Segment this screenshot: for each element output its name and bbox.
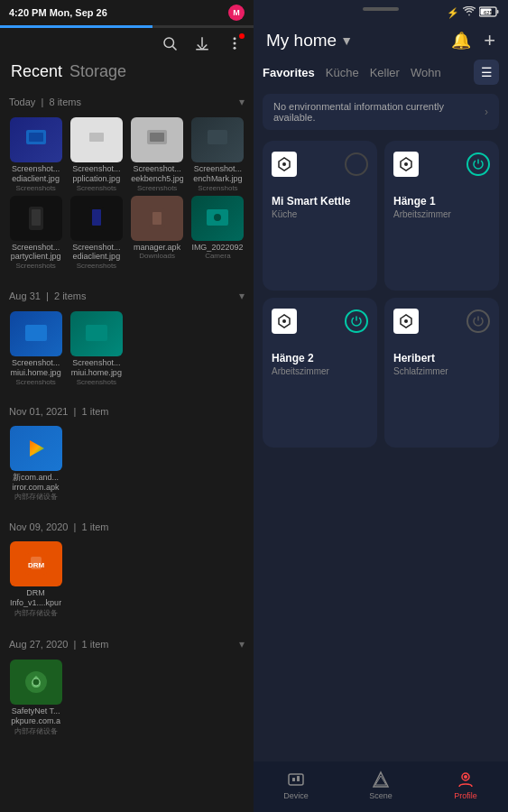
date-group-today: Today | 8 items ▾ Screenshot...ediaclien… bbox=[7, 92, 246, 270]
device-name: Hänge 1 bbox=[393, 195, 490, 208]
file-thumbnail bbox=[191, 196, 244, 241]
right-status-icons: ⚡ 625 bbox=[447, 6, 499, 19]
env-text: No environmental information currently a… bbox=[273, 101, 485, 123]
right-panel: ⚡ 625 My home ▼ 🔔 + Favorites Küche Kell… bbox=[254, 0, 508, 812]
tab-wohn[interactable]: Wohn bbox=[411, 66, 441, 79]
device-icon-top bbox=[393, 309, 490, 334]
nav-scene[interactable]: Scene bbox=[338, 770, 423, 800]
date-header-nov2021: Nov 01, 2021 | 1 item bbox=[7, 402, 246, 420]
file-thumbnail bbox=[10, 117, 62, 162]
device-brand-icon bbox=[393, 309, 419, 334]
svg-point-0 bbox=[164, 38, 174, 48]
list-item[interactable]: SafetyNet T...pkpure.com.a 内部存储设备 bbox=[7, 660, 64, 736]
svg-rect-21 bbox=[86, 325, 107, 341]
file-thumbnail bbox=[70, 196, 123, 241]
date-group-aug31: Aug 31 | 2 items ▾ Screenshot...miui.hom… bbox=[7, 286, 246, 386]
device-card-heribert[interactable]: Heribert Schlafzimmer bbox=[384, 298, 499, 448]
list-item[interactable]: Screenshot...miui.home.jpg Screenshots bbox=[68, 311, 125, 386]
device-power-btn-hange2[interactable] bbox=[345, 309, 368, 333]
file-grid-nov2020: DRM DRMInfo_v1....kpur 内部存储设备 bbox=[7, 541, 246, 618]
file-list-scroll[interactable]: Today | 8 items ▾ Screenshot...ediaclien… bbox=[0, 88, 254, 812]
svg-point-19 bbox=[214, 214, 221, 221]
device-brand-icon bbox=[272, 309, 297, 334]
svg-text:DRM: DRM bbox=[28, 561, 45, 569]
tab-favorites[interactable]: Favorites bbox=[263, 66, 315, 79]
file-grid-nov2021: 新com.and...irror.com.apk 内部存储设备 bbox=[7, 426, 246, 503]
date-header-nov2020: Nov 09, 2020 | 1 item bbox=[7, 518, 246, 536]
file-source: Screenshots bbox=[77, 184, 116, 192]
add-button[interactable]: + bbox=[484, 29, 495, 52]
list-item[interactable]: IMG_20220926_123833.jpg Camera bbox=[189, 196, 246, 271]
nav-profile[interactable]: Profile bbox=[423, 770, 508, 800]
left-toolbar bbox=[0, 28, 254, 59]
tab-menu-button[interactable]: ☰ bbox=[474, 60, 499, 85]
left-tabs: Recent Storage bbox=[0, 59, 254, 88]
list-item[interactable]: DRM DRMInfo_v1....kpur 内部存储设备 bbox=[7, 541, 64, 618]
wifi-icon bbox=[463, 6, 476, 19]
file-thumbnail bbox=[70, 311, 123, 356]
date-label: Aug 31 | 2 items bbox=[9, 291, 86, 301]
list-item[interactable]: manager.apk Downloads bbox=[129, 196, 186, 271]
device-name: Hänge 2 bbox=[272, 352, 368, 364]
svg-text:625: 625 bbox=[484, 10, 494, 15]
device-name: Mi Smart Kettle bbox=[272, 195, 368, 208]
list-item[interactable]: Screenshot...partyclient.jpg Screenshots bbox=[7, 196, 64, 271]
file-grid-aug2020: SafetyNet T...pkpure.com.a 内部存储设备 bbox=[7, 660, 246, 736]
download-button[interactable] bbox=[192, 33, 212, 53]
file-source: 内部存储设备 bbox=[14, 726, 58, 736]
list-item[interactable]: Screenshot...miui.home.jpg Screenshots bbox=[7, 311, 64, 386]
device-card-kettle[interactable]: Mi Smart Kettle Küche bbox=[263, 141, 377, 291]
file-thumbnail bbox=[191, 117, 244, 162]
file-thumbnail: DRM bbox=[10, 541, 62, 586]
file-thumbnail bbox=[131, 196, 183, 241]
file-grid-today: Screenshot...ediaclient.jpg Screenshots … bbox=[7, 117, 246, 270]
list-item[interactable]: Screenshot...enchMark.jpg Screenshots bbox=[189, 117, 246, 192]
home-title-arrow: ▼ bbox=[340, 33, 353, 48]
list-item[interactable]: 新com.and...irror.com.apk 内部存储设备 bbox=[7, 426, 64, 503]
bell-button[interactable]: 🔔 bbox=[451, 31, 471, 51]
home-title[interactable]: My home ▼ bbox=[266, 31, 353, 51]
date-label: Nov 09, 2020 | 1 item bbox=[9, 521, 109, 532]
search-button[interactable] bbox=[160, 33, 180, 53]
env-bar[interactable]: No environmental information currently a… bbox=[263, 94, 499, 130]
svg-point-2 bbox=[234, 37, 236, 40]
device-card-hange2[interactable]: Hänge 2 Arbeitszimmer bbox=[263, 298, 377, 448]
device-nav-icon bbox=[286, 770, 306, 789]
list-item[interactable]: Screenshot...ediaclient.jpg Screenshots bbox=[7, 117, 64, 192]
device-icon-top bbox=[272, 152, 368, 177]
nav-device[interactable]: Device bbox=[254, 770, 338, 800]
file-source: Screenshots bbox=[198, 184, 237, 192]
tab-storage[interactable]: Storage bbox=[69, 62, 126, 81]
file-name: 新com.and...irror.com.apk bbox=[13, 473, 60, 493]
svg-rect-40 bbox=[289, 774, 303, 785]
device-power-btn-heribert[interactable] bbox=[466, 309, 490, 333]
file-source: Screenshots bbox=[77, 378, 116, 386]
file-name: Screenshot...pplication.jpg bbox=[72, 164, 120, 184]
device-power-btn-kettle[interactable] bbox=[345, 152, 368, 176]
list-item[interactable]: Screenshot...eekbench5.jpg Screenshots bbox=[129, 117, 186, 192]
tab-recent[interactable]: Recent bbox=[11, 62, 62, 81]
date-header-today: Today | 8 items ▾ bbox=[7, 92, 246, 112]
device-power-btn-hange1[interactable] bbox=[466, 152, 490, 176]
date-group-nov2021: Nov 01, 2021 | 1 item 新com.and...irror.c… bbox=[7, 402, 246, 503]
svg-rect-15 bbox=[92, 209, 101, 226]
svg-point-33 bbox=[282, 162, 286, 166]
file-name: Screenshot...miui.home.jpg bbox=[71, 358, 122, 378]
tab-kuche[interactable]: Küche bbox=[326, 66, 359, 79]
list-item[interactable]: Screenshot...pplication.jpg Screenshots bbox=[68, 117, 125, 192]
file-thumbnail bbox=[10, 311, 62, 356]
file-source: Screenshots bbox=[15, 262, 55, 270]
list-item[interactable]: Screenshot...ediaclient.jpg Screenshots bbox=[68, 196, 125, 271]
bluetooth-icon: ⚡ bbox=[447, 7, 459, 19]
status-icons: M bbox=[228, 5, 245, 21]
file-name: DRMInfo_v1....kpur bbox=[10, 588, 61, 608]
svg-marker-22 bbox=[30, 440, 44, 457]
file-thumbnail bbox=[131, 117, 183, 162]
more-button[interactable] bbox=[225, 33, 245, 53]
device-card-hange1[interactable]: Hänge 1 Arbeitszimmer bbox=[384, 141, 499, 291]
svg-rect-11 bbox=[208, 130, 227, 144]
svg-point-3 bbox=[234, 42, 236, 45]
svg-point-35 bbox=[404, 162, 408, 166]
tab-keller[interactable]: Keller bbox=[370, 66, 400, 79]
svg-rect-30 bbox=[497, 10, 499, 14]
